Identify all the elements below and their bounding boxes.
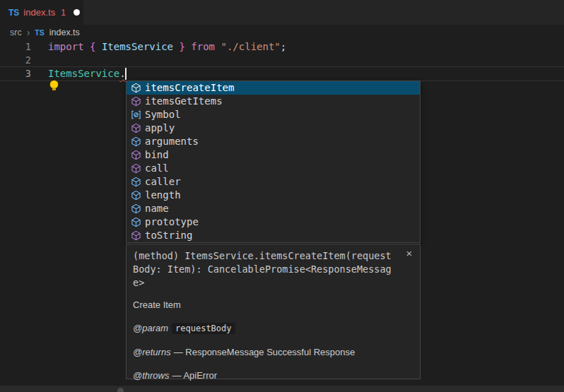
suggest-docs-panel: × (method) ItemsService.itemsCreateItem(… [126,244,421,379]
ts-file-icon: TS [35,28,44,37]
modified-indicator-icon[interactable] [74,9,80,16]
docs-param-line: @paramrequestBody [133,322,413,335]
close-icon[interactable]: × [403,247,416,260]
param-value-chip: requestBody [172,323,235,334]
suggest-item[interactable]: call [127,162,420,175]
keyword-from: from [191,41,221,52]
code-line[interactable]: 3 ItemsService. [0,67,564,81]
symbol-method-icon [130,230,141,242]
param-tag: @param [133,323,168,333]
symbol-method-icon [130,96,141,107]
symbol-field-icon [130,217,141,228]
symbol-method-icon [130,150,141,161]
panel-dot [117,388,124,392]
tab-error-badge: 1 [61,8,66,18]
breadcrumb-filename[interactable]: index.ts [49,28,80,37]
suggest-item[interactable]: itemsGetItems [127,95,420,108]
breadcrumb-folder[interactable]: src [10,28,22,37]
suggest-item[interactable]: apply [127,121,420,135]
lightbulb-quickfix[interactable] [0,54,11,67]
docs-description: Create Item [133,299,413,311]
symbol-field-icon [130,136,141,148]
symbol-misc-icon [130,109,141,121]
line-number: 3 [0,67,31,81]
service-identifier: ItemsService [48,68,119,79]
tab-filename: index.ts [23,7,55,18]
semicolon: ; [281,41,286,52]
suggest-item[interactable]: length [127,189,420,202]
suggest-widget: itemsCreateItem itemsGetItems Symbol app… [126,81,421,243]
code-line[interactable]: 1 import { ItemsService } from "./client… [0,40,564,54]
suggest-item[interactable]: name [127,202,420,215]
method-signature: (method) ItemsService.itemsCreateItem(re… [133,249,396,290]
symbol-method-icon [130,123,141,134]
close-brace: } [173,41,191,52]
code-line[interactable]: 2 [0,54,564,67]
chevron-right-icon: › [27,28,30,37]
symbol-field-icon [130,203,141,215]
symbol-field-icon [130,190,141,201]
returns-tag: @returns [133,347,171,357]
suggest-item[interactable]: bind [127,148,420,162]
line-number: 1 [0,40,31,54]
docs-throws-line: @throws— ApiError [133,369,413,381]
text-cursor [125,68,127,80]
suggest-item[interactable]: caller [127,175,420,189]
ts-file-icon: TS [8,8,19,18]
docs-returns-line: @returns— ResponseMessage Successful Res… [133,346,413,358]
symbol-method-icon [130,83,141,94]
suggest-item[interactable]: arguments [127,135,420,148]
tab-bar: TS index.ts 1 [0,0,564,25]
tab-index-ts[interactable]: TS index.ts 1 [0,0,83,25]
breadcrumb: src › TS index.ts [0,25,564,40]
keyword-import: import [48,41,90,52]
returns-text: — ResponseMessage Successful Response [174,347,356,357]
suggest-list[interactable]: itemsCreateItem itemsGetItems Symbol app… [127,81,420,242]
suggest-item[interactable]: Symbol [127,108,420,121]
open-brace: { [90,41,102,52]
imported-identifier: ItemsService [102,41,173,52]
suggest-item[interactable]: itemsCreateItem [127,81,420,95]
symbol-field-icon [130,177,141,188]
throws-tag: @throws [133,370,170,381]
suggest-item[interactable]: prototype [127,215,420,229]
throws-text: — ApiError [172,370,218,381]
lightbulb-icon[interactable] [50,81,58,88]
symbol-method-icon [130,163,141,174]
bottom-panel-strip [0,386,564,392]
suggest-item[interactable]: toString [127,229,420,242]
module-string: "./client" [221,41,280,52]
